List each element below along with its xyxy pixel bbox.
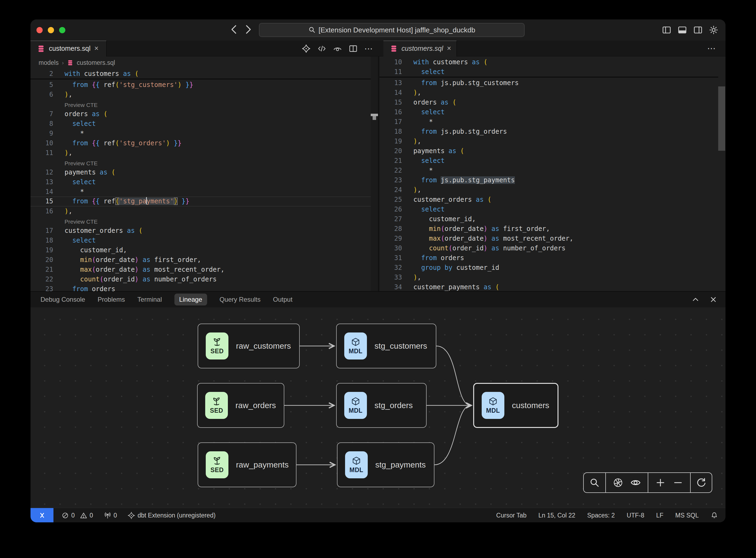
layout-panel-icon[interactable]: [677, 25, 687, 35]
code-line-19[interactable]: 19),: [379, 136, 718, 146]
code-line-6[interactable]: 6),: [30, 90, 371, 99]
code-line-15[interactable]: 15orders as (: [379, 98, 718, 107]
code-line-17[interactable]: 17customer_orders as (: [30, 226, 371, 235]
status-spaces-2[interactable]: Spaces: 2: [587, 512, 615, 519]
panel-maximize-icon[interactable]: [692, 296, 700, 304]
panel-tab-query-results[interactable]: Query Results: [219, 296, 261, 303]
problems-status[interactable]: 0 0: [61, 512, 93, 519]
bell-icon[interactable]: [711, 512, 718, 519]
code-line-15[interactable]: 15 from {{ ref('stg_payments') }}: [30, 197, 371, 206]
editor-right[interactable]: 10with customers as (11 select13 from js…: [379, 57, 718, 291]
code-line-11[interactable]: 11 select: [379, 67, 718, 77]
status-utf-8[interactable]: UTF-8: [627, 512, 644, 519]
code-line-10[interactable]: 10 from {{ ref('stg_orders') }}: [30, 138, 371, 148]
dbt-extension-status[interactable]: dbt Extension (unregistered): [128, 512, 215, 519]
code-line-29[interactable]: 29 max(order_date) as most_recent_order,: [379, 234, 718, 243]
code-line-13[interactable]: 13 from js.pub.stg_customers: [379, 78, 718, 88]
lineage-node-raw_customers[interactable]: SEDraw_customers: [198, 324, 300, 369]
zoom-window-button[interactable]: [59, 27, 66, 33]
code-line-16[interactable]: 16),: [30, 206, 371, 216]
code-line-2[interactable]: 2with customers as (: [30, 69, 371, 79]
panel-close-icon[interactable]: [709, 296, 718, 304]
remote-indicator[interactable]: [30, 508, 53, 522]
code-line-19[interactable]: 19 customer_id,: [30, 245, 371, 255]
code-line-25[interactable]: 25customer_orders as (: [379, 195, 718, 204]
code-line-33[interactable]: 33),: [379, 273, 718, 282]
lineage-node-raw_orders[interactable]: SEDraw_orders: [197, 383, 284, 428]
settings-gear-icon[interactable]: [709, 25, 719, 35]
search-icon[interactable]: [589, 477, 600, 488]
panel-tab-problems[interactable]: Problems: [98, 296, 125, 303]
code-line-20[interactable]: 20 min(order_date) as first_order,: [30, 255, 371, 265]
code-line-21[interactable]: 21 max(order_date) as most_recent_order,: [30, 265, 371, 274]
dbt-icon[interactable]: [302, 44, 311, 53]
aperture-icon[interactable]: [612, 477, 623, 488]
code-line-24[interactable]: 24),: [379, 185, 718, 195]
layout-sidebar-right-icon[interactable]: [693, 25, 703, 35]
close-tab-icon[interactable]: ×: [94, 45, 99, 52]
lineage-canvas[interactable]: SEDraw_customersMDLstg_customersSEDraw_o…: [30, 307, 726, 508]
code-line-20[interactable]: 20payments as (: [379, 146, 718, 156]
code-line-22[interactable]: 22 count(order_id) as number_of_orders: [30, 274, 371, 284]
zoom-out-icon[interactable]: [673, 477, 683, 488]
split-editor-icon[interactable]: [348, 44, 358, 53]
code-line-22[interactable]: 22 *: [379, 166, 718, 175]
code-line-14[interactable]: 14),: [379, 88, 718, 98]
back-icon[interactable]: [228, 23, 240, 36]
lineage-node-stg_customers[interactable]: MDLstg_customers: [336, 324, 436, 369]
lineage-node-stg_orders[interactable]: MDLstg_orders: [336, 383, 426, 428]
minimize-window-button[interactable]: [48, 27, 54, 33]
layout-sidebar-left-icon[interactable]: [662, 25, 672, 35]
ports-status[interactable]: 0: [104, 512, 117, 519]
code-line-12[interactable]: 12payments as (: [30, 168, 371, 177]
code-line-7[interactable]: 7orders as (: [30, 109, 371, 119]
panel-tab-output[interactable]: Output: [273, 296, 292, 303]
lineage-node-raw_payments[interactable]: SEDraw_payments: [198, 442, 296, 487]
forward-icon[interactable]: [242, 23, 255, 36]
code-line-10[interactable]: 10with customers as (: [379, 57, 718, 67]
code-line-32[interactable]: 32 group by customer_id: [379, 263, 718, 273]
code-line-17[interactable]: 17 *: [379, 117, 718, 127]
panel-tab-lineage[interactable]: Lineage: [175, 294, 207, 305]
codelens[interactable]: Preview CTE: [30, 99, 371, 109]
status-ms-sql[interactable]: MS SQL: [675, 512, 699, 519]
lineage-node-customers[interactable]: MDLcustomers: [473, 383, 558, 428]
code-line-23[interactable]: 23 from js.pub.stg_payments: [379, 175, 718, 185]
zoom-in-icon[interactable]: [655, 477, 666, 488]
code-line-23[interactable]: 23 from orders: [30, 284, 371, 291]
code-line-30[interactable]: 30 count(order_id) as number_of_orders: [379, 243, 718, 253]
tab-customers-sql-left[interactable]: customers.sql ×: [30, 41, 107, 56]
code-line-5[interactable]: 5 from {{ ref('stg_customers') }}: [30, 80, 371, 90]
status-cursor-tab[interactable]: Cursor Tab: [496, 512, 526, 519]
code-line-18[interactable]: 18 select: [30, 235, 371, 245]
code-line-13[interactable]: 13 select: [30, 177, 371, 187]
refresh-icon[interactable]: [696, 477, 707, 488]
editor-more-actions-icon[interactable]: ⋯: [364, 44, 373, 54]
code-line-27[interactable]: 27 customer_id,: [379, 214, 718, 224]
codelens[interactable]: Preview CTE: [30, 216, 371, 226]
close-tab-icon[interactable]: ×: [447, 45, 451, 52]
breadcrumb-file[interactable]: customers.sql: [77, 59, 115, 67]
editor-left-scrollbar[interactable]: [371, 56, 378, 291]
preview-eye-icon[interactable]: [333, 44, 342, 53]
code-line-21[interactable]: 21 select: [379, 156, 718, 166]
code-line-28[interactable]: 28 min(order_date) as first_order,: [379, 224, 718, 234]
code-line-14[interactable]: 14 *: [30, 187, 371, 197]
code-line-34[interactable]: 34customer_payments as (: [379, 282, 718, 291]
editor-right-scrollbar-thumb[interactable]: [718, 86, 725, 151]
editor-left[interactable]: 2with customers as (5 from {{ ref('stg_c…: [30, 69, 371, 291]
status-ln-15-col-22[interactable]: Ln 15, Col 22: [538, 512, 575, 519]
code-line-18[interactable]: 18 from js.pub.stg_orders: [379, 127, 718, 136]
panel-tab-debug-console[interactable]: Debug Console: [41, 296, 85, 303]
breadcrumb-folder[interactable]: models: [38, 59, 59, 67]
code-line-9[interactable]: 9 *: [30, 129, 371, 138]
codelens[interactable]: Preview CTE: [30, 158, 371, 168]
close-window-button[interactable]: [36, 27, 43, 33]
code-line-16[interactable]: 16 select: [379, 107, 718, 117]
inline-code-icon[interactable]: [317, 44, 327, 53]
code-line-31[interactable]: 31 from orders: [379, 253, 718, 263]
code-line-26[interactable]: 26 select: [379, 204, 718, 214]
more-actions-icon[interactable]: ⋯: [707, 43, 716, 53]
tab-customers-sql-right[interactable]: customers.sql ×: [383, 41, 457, 56]
code-line-8[interactable]: 8 select: [30, 119, 371, 129]
